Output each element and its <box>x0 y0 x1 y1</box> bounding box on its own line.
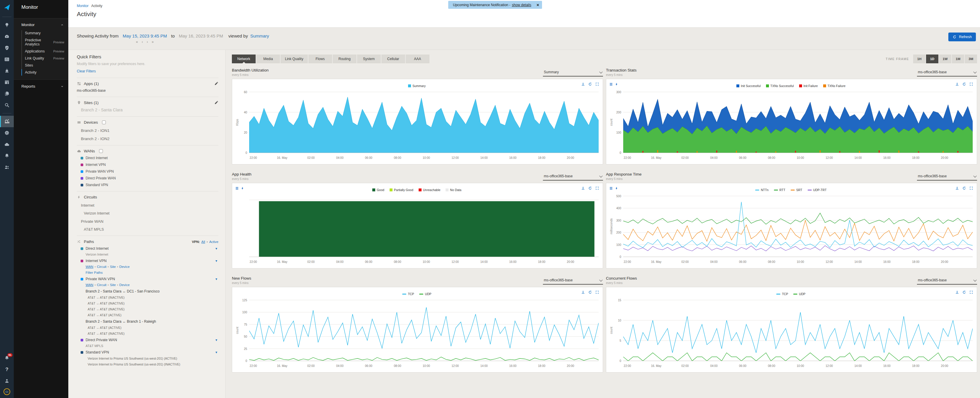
sidebar-item-summary[interactable]: Summary <box>21 30 68 37</box>
scope-link-site[interactable]: Site <box>110 283 116 287</box>
download-icon[interactable] <box>581 82 585 88</box>
lightning-icon[interactable] <box>615 186 619 191</box>
close-icon[interactable]: × <box>536 2 539 7</box>
scope-link-site[interactable]: Site <box>110 265 116 269</box>
monitor-section-header[interactable]: Monitor <box>14 21 68 30</box>
timeframe-1w[interactable]: 1W <box>939 54 951 63</box>
expand-icon[interactable] <box>595 290 599 295</box>
legend-txns-successful[interactable]: TXNs Successful <box>766 84 794 88</box>
chevron-down-icon[interactable]: ▾ <box>215 259 217 263</box>
tab-routing[interactable]: Routing <box>333 54 356 63</box>
date-to[interactable]: May 16, 2023 9:45 PM <box>179 33 223 38</box>
rail-item-incidents[interactable] <box>0 65 14 76</box>
user-avatar[interactable]: CI <box>3 388 10 395</box>
vpn-active-link[interactable]: Active <box>209 240 218 244</box>
refresh-icon[interactable] <box>962 82 966 88</box>
rail-item-security[interactable] <box>0 42 14 54</box>
date-from[interactable]: May 15, 2023 9:45 PM <box>123 33 167 38</box>
rail-item-insights[interactable] <box>0 19 14 31</box>
path-group-header[interactable]: Direct Internet▾ <box>77 247 218 251</box>
legend-nttn[interactable]: NTTn <box>755 188 768 192</box>
expand-icon[interactable] <box>595 82 599 88</box>
chart-scope-select[interactable]: Summary <box>543 70 603 76</box>
timeframe-3m[interactable]: 3M <box>965 54 977 63</box>
chart-scope-select[interactable]: ms-office365-base <box>917 70 977 76</box>
refresh-button[interactable]: Refresh <box>948 32 976 41</box>
legend-init-failure[interactable]: Init Failure <box>799 84 818 88</box>
rail-item-cloud-services[interactable] <box>0 139 14 150</box>
expand-icon[interactable] <box>969 290 973 295</box>
date-nav-prev[interactable]: ‹ <box>142 40 143 44</box>
rail-item-dashboard[interactable] <box>0 31 14 42</box>
scope-link-device[interactable]: Device <box>119 265 130 269</box>
legend-summary[interactable]: Summary <box>408 84 426 88</box>
path-group-header[interactable]: Standard VPN▾ <box>77 350 218 354</box>
timeframe-1m[interactable]: 1M <box>952 54 964 63</box>
date-nav-first[interactable]: « <box>136 40 138 44</box>
rail-item-user-management[interactable] <box>0 161 14 173</box>
refresh-icon[interactable] <box>588 82 592 88</box>
sidebar-item-applications[interactable]: ApplicationsPreview <box>21 48 68 55</box>
vpn-all-link[interactable]: All <box>201 240 205 244</box>
tab-network[interactable]: Network <box>232 54 256 63</box>
edit-pencil-icon[interactable] <box>214 81 218 86</box>
tab-aaa[interactable]: AAA <box>406 54 430 63</box>
legend-tcp[interactable]: TCP <box>776 292 788 296</box>
date-nav-last[interactable]: » <box>152 40 154 44</box>
scope-link-wan[interactable]: WAN <box>86 283 93 287</box>
expand-icon[interactable] <box>969 82 973 88</box>
lightning-icon[interactable] <box>615 82 619 88</box>
legend-init-successful[interactable]: Init Successful <box>737 84 761 88</box>
chevron-down-icon[interactable]: ▾ <box>215 350 217 354</box>
refresh-icon[interactable] <box>962 186 966 191</box>
legend-udp[interactable]: UDP <box>419 292 431 296</box>
download-icon[interactable] <box>955 186 959 191</box>
tab-media[interactable]: Media <box>256 54 280 63</box>
download-icon[interactable] <box>581 186 585 191</box>
scope-link-wan[interactable]: WAN <box>86 265 93 269</box>
account-icon[interactable] <box>0 375 14 387</box>
scope-link-device[interactable]: Device <box>119 283 130 287</box>
chevron-down-icon[interactable]: ▾ <box>215 338 217 342</box>
scope-link-circuit[interactable]: Circuit <box>97 265 107 269</box>
refresh-icon[interactable] <box>588 186 592 191</box>
rail-item-alarms[interactable] <box>0 150 14 161</box>
rail-item-settings[interactable] <box>0 127 14 139</box>
clear-filters-link[interactable]: Clear Filters <box>77 69 96 73</box>
legend-rtt[interactable]: RTT <box>774 188 785 192</box>
legend-txns-failure[interactable]: TXNs Failure <box>823 84 845 88</box>
rail-item-reports[interactable] <box>0 88 14 99</box>
lightning-icon[interactable] <box>241 186 245 191</box>
refresh-icon[interactable] <box>588 290 592 295</box>
table-view-icon[interactable] <box>609 82 613 88</box>
path-group-header[interactable]: Private WAN VPN▾ <box>77 277 218 281</box>
legend-tcp[interactable]: TCP <box>402 292 414 296</box>
timeframe-1d[interactable]: 1D <box>926 54 939 63</box>
download-icon[interactable] <box>955 290 959 295</box>
viewed-by-link[interactable]: Summary <box>250 33 269 38</box>
chart-scope-select[interactable]: ms-office365-base <box>543 174 603 180</box>
rail-item-search[interactable] <box>0 99 14 111</box>
legend-good[interactable]: Good <box>372 188 384 192</box>
legend-udp[interactable]: UDP <box>793 292 805 296</box>
legend-udp-trt[interactable]: UDP-TRT <box>808 188 827 192</box>
edit-pencil-icon[interactable] <box>214 100 218 105</box>
sidebar-item-link-quality[interactable]: Link QualityPreview <box>21 55 68 62</box>
chart-scope-select[interactable]: ms-office365-base <box>917 278 977 285</box>
table-view-icon[interactable] <box>609 186 613 191</box>
notifications-bell-icon[interactable]: 61 <box>0 352 14 364</box>
chevron-down-icon[interactable]: ▾ <box>215 277 217 281</box>
path-group-header[interactable]: Internet VPN▾ <box>77 259 218 263</box>
checkbox[interactable] <box>102 121 106 124</box>
sidebar-item-reports[interactable]: Reports <box>14 80 68 93</box>
tab-system[interactable]: System <box>357 54 381 63</box>
legend-unreachable[interactable]: Unreachable <box>418 188 441 192</box>
expand-icon[interactable] <box>969 186 973 191</box>
path-group-header[interactable]: Direct Private WAN▾ <box>77 338 218 342</box>
download-icon[interactable] <box>955 82 959 88</box>
banner-show-details-link[interactable]: show details <box>512 3 531 7</box>
tab-cellular[interactable]: Cellular <box>382 54 405 63</box>
table-view-icon[interactable] <box>235 186 239 191</box>
download-icon[interactable] <box>581 290 585 295</box>
expand-icon[interactable] <box>595 186 599 191</box>
